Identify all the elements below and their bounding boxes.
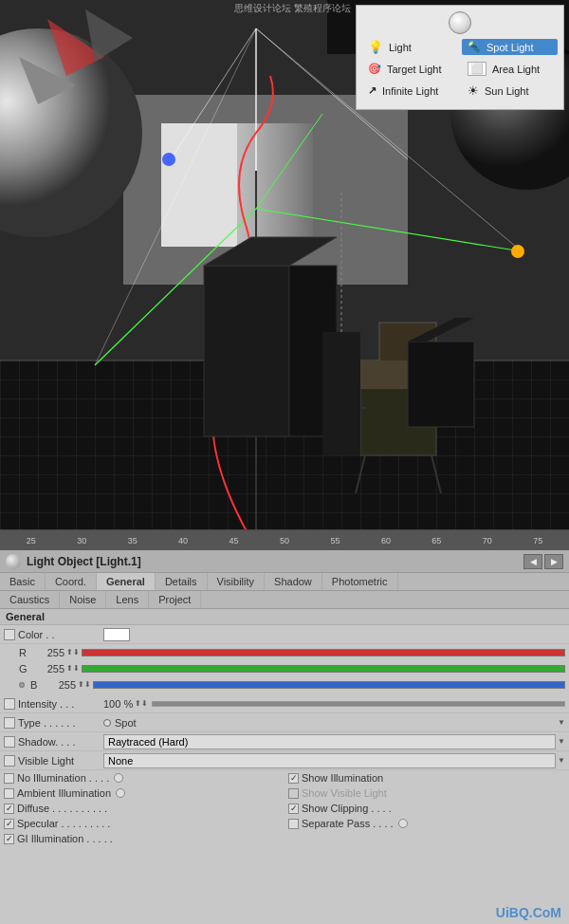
separate-pass-checkbox[interactable] xyxy=(288,819,299,829)
tab-caustics[interactable]: Caustics xyxy=(0,591,60,608)
ambient-illumination-checkbox[interactable] xyxy=(4,788,14,799)
tab-details[interactable]: Details xyxy=(156,573,208,590)
light-menu-row-3: ↗ Infinite Light ☀ Sun Light xyxy=(362,82,558,100)
shadow-dropdown-arrow[interactable]: ▼ xyxy=(558,737,565,746)
visible-light-checkbox[interactable] xyxy=(4,755,15,767)
channel-g-label: G xyxy=(19,663,34,675)
svg-rect-25 xyxy=(204,266,289,436)
tab-photometric[interactable]: Photometric xyxy=(322,573,398,590)
show-illumination-checkbox[interactable]: ✓ xyxy=(288,773,299,784)
channel-r-bar[interactable] xyxy=(82,649,565,656)
color-swatch[interactable] xyxy=(103,628,130,641)
no-illumination-circle[interactable] xyxy=(114,773,123,783)
light-menu-item-sun[interactable]: ☀ Sun Light xyxy=(462,82,558,100)
channel-g-value[interactable]: 255 xyxy=(34,663,64,675)
shadow-checkbox[interactable] xyxy=(4,736,15,748)
tab-general[interactable]: General xyxy=(97,573,156,590)
separate-pass-circle[interactable] xyxy=(398,819,408,828)
gi-illumination-checkbox[interactable]: ✓ xyxy=(4,834,14,844)
visible-light-label: Visible Light xyxy=(18,755,103,767)
tab-project[interactable]: Project xyxy=(149,591,201,608)
checkbox-show-illumination: ✓ Show Illumination xyxy=(284,770,569,785)
light-menu-item-spot[interactable]: 🔦 Spot Light xyxy=(462,39,558,55)
color-property-row: Color . . xyxy=(0,625,569,644)
channel-b-bar[interactable] xyxy=(93,681,565,689)
light-object-icon xyxy=(6,554,21,569)
forum-text: 思维设计论坛 繁殖程序论坛 xyxy=(234,2,351,15)
watermark: UiBQ.CoM xyxy=(496,905,561,920)
light-menu-item-area[interactable]: ⬜ Area Light xyxy=(462,60,558,78)
checkboxes-grid: No Illumination . . . . ✓ Show Illuminat… xyxy=(0,770,569,846)
channel-b-label: B xyxy=(30,679,46,691)
intensity-value[interactable]: 100 % xyxy=(103,698,133,710)
no-illumination-checkbox[interactable] xyxy=(4,773,14,784)
light-menu-item-light[interactable]: 💡 Light xyxy=(362,38,458,56)
svg-rect-34 xyxy=(408,342,474,427)
type-radio[interactable] xyxy=(103,719,111,727)
nav-prev-button[interactable]: ◀ xyxy=(523,554,542,569)
visible-light-dropdown-arrow[interactable]: ▼ xyxy=(558,756,565,765)
gi-illumination-label: GI Illumination . . . . . xyxy=(17,833,113,844)
intensity-arrows[interactable]: ⬆⬇ xyxy=(135,699,148,708)
type-checkbox[interactable] xyxy=(4,717,15,729)
tab-coord[interactable]: Coord. xyxy=(46,573,97,590)
channel-b-row: B 255 ⬆⬇ xyxy=(0,676,569,693)
tab-basic[interactable]: Basic xyxy=(0,573,46,590)
tick-65: 65 xyxy=(412,536,462,545)
channel-g-row: G 255 ⬆⬇ xyxy=(0,660,569,676)
shadow-label: Shadow. . . . xyxy=(18,736,103,748)
checkbox-no-illumination: No Illumination . . . . xyxy=(0,770,284,785)
show-illumination-label: Show Illumination xyxy=(302,772,383,784)
show-clipping-checkbox[interactable]: ✓ xyxy=(288,804,299,814)
checkbox-separate-pass: Separate Pass . . . . xyxy=(284,816,569,831)
no-illumination-label: No Illumination . . . . xyxy=(17,772,109,784)
checkbox-show-visible-light: Show Visible Light xyxy=(284,785,569,801)
intensity-label: Intensity . . . xyxy=(18,698,103,710)
tab-shadow[interactable]: Shadow xyxy=(265,573,322,590)
color-label: Color . . xyxy=(18,629,103,640)
type-dropdown-arrow[interactable]: ▼ xyxy=(558,718,565,727)
shadow-dropdown[interactable]: Raytraced (Hard) xyxy=(103,734,556,749)
tick-40: 40 xyxy=(157,536,208,545)
svg-point-22 xyxy=(511,245,524,258)
tick-60: 60 xyxy=(360,536,411,545)
light-menu-row-2: 🎯 Target Light ⬜ Area Light xyxy=(362,60,558,78)
intensity-row: Intensity . . . 100 % ⬆⬇ xyxy=(0,694,569,713)
channel-r-row: R 255 ⬆⬇ xyxy=(0,644,569,660)
color-enable-checkbox[interactable] xyxy=(4,629,15,640)
channel-r-arrows[interactable]: ⬆⬇ xyxy=(66,648,80,656)
channel-g-bar[interactable] xyxy=(82,665,565,673)
tab-lens[interactable]: Lens xyxy=(106,591,149,608)
tab-row-2: Caustics Noise Lens Project xyxy=(0,591,569,609)
channel-b-value[interactable]: 255 xyxy=(46,679,76,691)
channel-r-value[interactable]: 255 xyxy=(34,647,64,658)
ambient-circle[interactable] xyxy=(116,788,125,798)
specular-checkbox[interactable]: ✓ xyxy=(4,819,14,829)
tick-55: 55 xyxy=(310,536,360,545)
tab-noise[interactable]: Noise xyxy=(60,591,106,608)
nav-next-button[interactable]: ▶ xyxy=(544,554,563,569)
specular-label: Specular . . . . . . . . . xyxy=(17,818,110,829)
intensity-bar[interactable] xyxy=(152,701,565,707)
intensity-checkbox[interactable] xyxy=(4,698,15,710)
diffuse-checkbox[interactable]: ✓ xyxy=(4,804,14,814)
light-menu-item-target[interactable]: 🎯 Target Light xyxy=(362,61,458,77)
tick-25: 25 xyxy=(6,536,56,545)
light-menu-item-infinite[interactable]: ↗ Infinite Light xyxy=(362,83,458,99)
shadow-row: Shadow. . . . Raytraced (Hard) ▼ xyxy=(0,732,569,751)
diffuse-label: Diffuse . . . . . . . . . . xyxy=(17,803,107,814)
checkbox-show-clipping: ✓ Show Clipping . . . . xyxy=(284,801,569,816)
title-bar: Light Object [Light.1] ◀ ▶ xyxy=(0,550,569,573)
visible-light-dropdown[interactable]: None xyxy=(103,753,556,768)
ambient-illumination-label: Ambient Illumination xyxy=(17,787,111,799)
channel-g-arrows[interactable]: ⬆⬇ xyxy=(66,664,80,673)
timeline-ruler[interactable]: 25 30 35 40 45 50 55 60 65 70 75 xyxy=(0,529,569,550)
section-label-general: General xyxy=(0,609,569,625)
tick-45: 45 xyxy=(209,536,259,545)
viewport: 💡 Light 🔦 Spot Light 🎯 Target Light ⬜ Ar… xyxy=(0,0,569,550)
show-visible-light-checkbox[interactable] xyxy=(288,788,299,799)
channel-b-arrows[interactable]: ⬆⬇ xyxy=(78,680,91,689)
separate-pass-label: Separate Pass . . . . xyxy=(302,818,394,829)
light-type-menu: 💡 Light 🔦 Spot Light 🎯 Target Light ⬜ Ar… xyxy=(356,5,564,110)
tab-visibility[interactable]: Visibility xyxy=(208,573,266,590)
